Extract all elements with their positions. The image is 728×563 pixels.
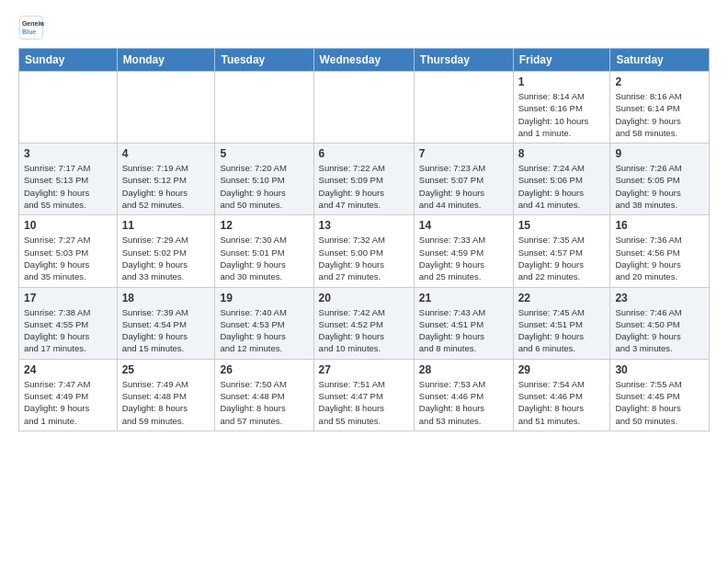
calendar-cell: 26Sunrise: 7:50 AM Sunset: 4:48 PM Dayli… bbox=[215, 359, 313, 431]
weekday-header-row: SundayMondayTuesdayWednesdayThursdayFrid… bbox=[19, 49, 710, 72]
day-info: Sunrise: 7:24 AM Sunset: 5:06 PM Dayligh… bbox=[518, 162, 606, 211]
day-info: Sunrise: 7:38 AM Sunset: 4:55 PM Dayligh… bbox=[24, 306, 112, 355]
week-row-2: 3Sunrise: 7:17 AM Sunset: 5:13 PM Daylig… bbox=[19, 144, 710, 215]
calendar-cell: 25Sunrise: 7:49 AM Sunset: 4:48 PM Dayli… bbox=[117, 359, 215, 431]
day-number: 23 bbox=[615, 292, 704, 304]
day-number: 7 bbox=[419, 147, 508, 160]
weekday-header-saturday: Saturday bbox=[610, 49, 710, 72]
day-info: Sunrise: 7:50 AM Sunset: 4:48 PM Dayligh… bbox=[220, 378, 308, 427]
day-number: 30 bbox=[615, 363, 704, 376]
calendar-cell: 27Sunrise: 7:51 AM Sunset: 4:47 PM Dayli… bbox=[313, 359, 414, 431]
calendar-cell: 13Sunrise: 7:32 AM Sunset: 5:00 PM Dayli… bbox=[313, 215, 414, 287]
calendar-cell: 1Sunrise: 8:14 AM Sunset: 6:16 PM Daylig… bbox=[513, 72, 610, 144]
calendar-cell: 18Sunrise: 7:39 AM Sunset: 4:54 PM Dayli… bbox=[117, 287, 215, 359]
calendar-cell: 17Sunrise: 7:38 AM Sunset: 4:55 PM Dayli… bbox=[19, 287, 118, 359]
calendar-table: SundayMondayTuesdayWednesdayThursdayFrid… bbox=[18, 48, 710, 431]
day-number: 12 bbox=[220, 219, 308, 232]
header: General Blue bbox=[18, 15, 710, 40]
svg-rect-0 bbox=[20, 17, 43, 40]
day-number: 13 bbox=[319, 219, 409, 232]
week-row-3: 10Sunrise: 7:27 AM Sunset: 5:03 PM Dayli… bbox=[19, 215, 710, 287]
calendar-cell: 8Sunrise: 7:24 AM Sunset: 5:06 PM Daylig… bbox=[513, 144, 610, 215]
day-number: 3 bbox=[24, 147, 112, 160]
svg-text:Blue: Blue bbox=[22, 29, 36, 35]
week-row-4: 17Sunrise: 7:38 AM Sunset: 4:55 PM Dayli… bbox=[19, 287, 710, 359]
day-info: Sunrise: 8:16 AM Sunset: 6:14 PM Dayligh… bbox=[615, 90, 704, 139]
day-info: Sunrise: 7:43 AM Sunset: 4:51 PM Dayligh… bbox=[419, 306, 508, 355]
calendar-cell: 6Sunrise: 7:22 AM Sunset: 5:09 PM Daylig… bbox=[313, 144, 414, 215]
day-number: 28 bbox=[419, 363, 508, 376]
logo: General Blue bbox=[18, 15, 44, 40]
calendar-cell bbox=[215, 72, 313, 144]
calendar-cell: 30Sunrise: 7:55 AM Sunset: 4:45 PM Dayli… bbox=[610, 359, 710, 431]
day-number: 29 bbox=[518, 363, 606, 376]
day-number: 26 bbox=[220, 363, 308, 376]
calendar-cell: 23Sunrise: 7:46 AM Sunset: 4:50 PM Dayli… bbox=[610, 287, 710, 359]
day-info: Sunrise: 7:20 AM Sunset: 5:10 PM Dayligh… bbox=[220, 162, 308, 211]
day-number: 15 bbox=[518, 219, 606, 232]
weekday-header-monday: Monday bbox=[117, 49, 215, 72]
day-number: 11 bbox=[122, 219, 210, 232]
day-info: Sunrise: 7:36 AM Sunset: 4:56 PM Dayligh… bbox=[615, 234, 704, 282]
day-info: Sunrise: 7:47 AM Sunset: 4:49 PM Dayligh… bbox=[24, 378, 112, 427]
calendar-cell: 24Sunrise: 7:47 AM Sunset: 4:49 PM Dayli… bbox=[19, 359, 118, 431]
calendar-page: General Blue SundayMondayTuesdayWednesda… bbox=[0, 0, 728, 441]
calendar-cell: 20Sunrise: 7:42 AM Sunset: 4:52 PM Dayli… bbox=[313, 287, 414, 359]
day-number: 18 bbox=[122, 292, 210, 304]
calendar-cell: 15Sunrise: 7:35 AM Sunset: 4:57 PM Dayli… bbox=[513, 215, 610, 287]
calendar-cell bbox=[313, 72, 414, 144]
calendar-cell: 5Sunrise: 7:20 AM Sunset: 5:10 PM Daylig… bbox=[215, 144, 313, 215]
day-number: 4 bbox=[122, 147, 210, 160]
calendar-cell: 22Sunrise: 7:45 AM Sunset: 4:51 PM Dayli… bbox=[513, 287, 610, 359]
day-info: Sunrise: 7:32 AM Sunset: 5:00 PM Dayligh… bbox=[319, 234, 409, 282]
calendar-cell: 4Sunrise: 7:19 AM Sunset: 5:12 PM Daylig… bbox=[117, 144, 215, 215]
day-info: Sunrise: 7:26 AM Sunset: 5:05 PM Dayligh… bbox=[615, 162, 704, 211]
day-info: Sunrise: 7:35 AM Sunset: 4:57 PM Dayligh… bbox=[518, 234, 606, 282]
day-info: Sunrise: 7:27 AM Sunset: 5:03 PM Dayligh… bbox=[24, 234, 112, 282]
week-row-1: 1Sunrise: 8:14 AM Sunset: 6:16 PM Daylig… bbox=[19, 72, 710, 144]
calendar-cell: 12Sunrise: 7:30 AM Sunset: 5:01 PM Dayli… bbox=[215, 215, 313, 287]
calendar-cell: 28Sunrise: 7:53 AM Sunset: 4:46 PM Dayli… bbox=[414, 359, 513, 431]
day-info: Sunrise: 7:54 AM Sunset: 4:46 PM Dayligh… bbox=[518, 378, 606, 427]
calendar-cell: 21Sunrise: 7:43 AM Sunset: 4:51 PM Dayli… bbox=[414, 287, 513, 359]
day-info: Sunrise: 7:55 AM Sunset: 4:45 PM Dayligh… bbox=[615, 378, 704, 427]
weekday-header-wednesday: Wednesday bbox=[313, 49, 414, 72]
calendar-cell: 14Sunrise: 7:33 AM Sunset: 4:59 PM Dayli… bbox=[414, 215, 513, 287]
day-info: Sunrise: 7:45 AM Sunset: 4:51 PM Dayligh… bbox=[518, 306, 606, 355]
day-number: 19 bbox=[220, 292, 308, 304]
day-info: Sunrise: 7:42 AM Sunset: 4:52 PM Dayligh… bbox=[319, 306, 409, 355]
day-info: Sunrise: 7:23 AM Sunset: 5:07 PM Dayligh… bbox=[419, 162, 508, 211]
day-number: 10 bbox=[24, 219, 112, 232]
day-number: 27 bbox=[319, 363, 409, 376]
calendar-cell: 29Sunrise: 7:54 AM Sunset: 4:46 PM Dayli… bbox=[513, 359, 610, 431]
day-info: Sunrise: 7:46 AM Sunset: 4:50 PM Dayligh… bbox=[615, 306, 704, 355]
day-number: 6 bbox=[319, 147, 409, 160]
logo-icon: General Blue bbox=[18, 15, 44, 40]
calendar-cell: 7Sunrise: 7:23 AM Sunset: 5:07 PM Daylig… bbox=[414, 144, 513, 215]
day-info: Sunrise: 7:39 AM Sunset: 4:54 PM Dayligh… bbox=[122, 306, 210, 355]
day-info: Sunrise: 7:53 AM Sunset: 4:46 PM Dayligh… bbox=[419, 378, 508, 427]
day-info: Sunrise: 7:29 AM Sunset: 5:02 PM Dayligh… bbox=[122, 234, 210, 282]
weekday-header-sunday: Sunday bbox=[19, 49, 118, 72]
day-info: Sunrise: 8:14 AM Sunset: 6:16 PM Dayligh… bbox=[518, 90, 606, 139]
day-info: Sunrise: 7:19 AM Sunset: 5:12 PM Dayligh… bbox=[122, 162, 210, 211]
day-number: 20 bbox=[319, 292, 409, 304]
day-number: 25 bbox=[122, 363, 210, 376]
weekday-header-tuesday: Tuesday bbox=[215, 49, 313, 72]
day-info: Sunrise: 7:40 AM Sunset: 4:53 PM Dayligh… bbox=[220, 306, 308, 355]
day-number: 8 bbox=[518, 147, 606, 160]
calendar-cell: 3Sunrise: 7:17 AM Sunset: 5:13 PM Daylig… bbox=[19, 144, 118, 215]
calendar-cell: 9Sunrise: 7:26 AM Sunset: 5:05 PM Daylig… bbox=[610, 144, 710, 215]
calendar-cell: 19Sunrise: 7:40 AM Sunset: 4:53 PM Dayli… bbox=[215, 287, 313, 359]
day-number: 9 bbox=[615, 147, 704, 160]
calendar-cell: 11Sunrise: 7:29 AM Sunset: 5:02 PM Dayli… bbox=[117, 215, 215, 287]
calendar-cell: 16Sunrise: 7:36 AM Sunset: 4:56 PM Dayli… bbox=[610, 215, 710, 287]
calendar-cell bbox=[19, 72, 118, 144]
day-number: 14 bbox=[419, 219, 508, 232]
day-info: Sunrise: 7:51 AM Sunset: 4:47 PM Dayligh… bbox=[319, 378, 409, 427]
calendar-cell: 2Sunrise: 8:16 AM Sunset: 6:14 PM Daylig… bbox=[610, 72, 710, 144]
calendar-cell bbox=[414, 72, 513, 144]
day-number: 5 bbox=[220, 147, 308, 160]
weekday-header-thursday: Thursday bbox=[414, 49, 513, 72]
day-info: Sunrise: 7:30 AM Sunset: 5:01 PM Dayligh… bbox=[220, 234, 308, 282]
